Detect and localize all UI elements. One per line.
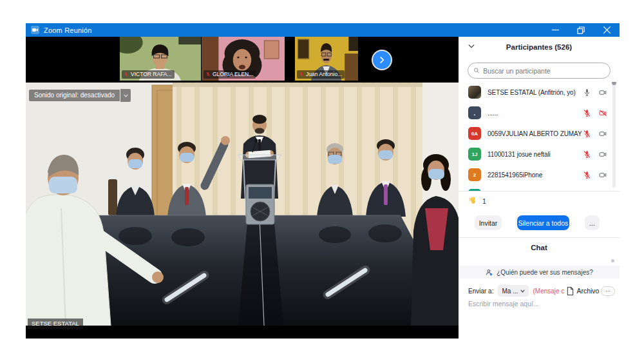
muted-mic-icon — [124, 72, 129, 77]
file-button[interactable]: Archivo — [567, 287, 599, 295]
participant-row[interactable]: SETSE ESTATAL (Anfitrión, yo) — [459, 82, 620, 103]
video-thumbnail-victor[interactable]: VICTOR RAFA... — [119, 37, 201, 81]
chat-scroll-thumb[interactable] — [611, 259, 614, 262]
participant-row[interactable]: 2 2281541965iPhone — [459, 164, 620, 185]
avatar: 2 — [468, 168, 481, 181]
search-icon — [473, 67, 480, 74]
next-videos-arrow-button[interactable] — [373, 51, 391, 69]
divider — [459, 237, 620, 238]
send-to-dropdown[interactable]: Ma ... — [498, 285, 529, 297]
person-privacy-icon — [485, 268, 493, 277]
mic-muted-icon — [583, 150, 591, 159]
main-speaker-video[interactable]: Sonido original: desactivado — [26, 83, 459, 326]
avatar — [468, 86, 481, 99]
minimize-button[interactable] — [542, 23, 568, 37]
invite-button[interactable]: Invitar — [475, 215, 502, 230]
participants-more-button[interactable]: ... — [585, 215, 600, 230]
zoom-meeting-window: Zoom Reunión — [26, 23, 620, 338]
video-thumbnail-juan[interactable]: Juan Antonio... — [294, 37, 358, 81]
camera-on-icon — [598, 88, 608, 97]
chevron-down-icon — [124, 94, 128, 97]
file-icon — [567, 287, 574, 295]
chevron-down-icon — [520, 289, 525, 293]
mute-all-button[interactable]: Silenciar a todos — [517, 215, 569, 230]
participant-row[interactable]: 0A 0059VJULIAN ALBERTO ZUMAYA... — [459, 123, 620, 144]
sound-badge-dropdown[interactable] — [120, 89, 131, 102]
participant-row[interactable]: . ...... — [459, 103, 620, 123]
search-input[interactable] — [483, 67, 605, 75]
avatar: 1J — [468, 148, 481, 161]
close-button[interactable] — [594, 23, 620, 37]
participant-list[interactable]: SETSE ESTATAL (Anfitrión, yo) . ...... 0… — [459, 82, 620, 191]
mic-muted-icon — [583, 171, 591, 179]
clapping-hands-icon — [468, 196, 478, 206]
chat-more-button[interactable]: ... — [601, 286, 615, 296]
video-thumbnail-gloria[interactable]: GLORIA ELEN... — [201, 37, 285, 81]
active-speaker-name-label: SETSE ESTATAL — [28, 319, 83, 329]
titlebar: Zoom Reunión — [26, 23, 620, 37]
camera-on-icon — [598, 150, 608, 159]
reaction-count: 1 — [482, 197, 486, 205]
mic-on-icon — [583, 88, 591, 97]
side-panel: Participantes (526) SETSE ESTATAL (Anfit… — [459, 37, 620, 338]
camera-off-icon — [598, 109, 608, 117]
restore-button[interactable] — [568, 23, 594, 37]
chat-message-input[interactable] — [468, 300, 610, 308]
reaction-summary: 1 — [468, 196, 486, 206]
thumbnail-name-label: GLORIA ELEN... — [204, 70, 256, 79]
thumbnail-name-label: VICTOR RAFA... — [122, 70, 175, 79]
window-title: Zoom Reunión — [44, 26, 92, 34]
message-privacy-note: (Mensaje c — [533, 288, 564, 295]
video-area: VICTOR RAFA... GLORIA ELEN... — [26, 37, 459, 338]
original-sound-badge[interactable]: Sonido original: desactivado — [29, 89, 131, 102]
zoom-camera-icon — [31, 26, 39, 34]
participant-row-partial[interactable] — [459, 185, 620, 191]
participant-search[interactable] — [468, 63, 611, 79]
thumbnail-name-label: Juan Antonio... — [297, 70, 345, 79]
participants-title: Participantes (526) — [459, 43, 620, 51]
chevron-right-icon — [377, 55, 386, 64]
avatar: . — [468, 106, 481, 119]
mic-muted-icon — [583, 130, 591, 138]
chat-title: Chat — [459, 244, 620, 251]
participant-row[interactable]: 1J 11000131 josue neftali — [459, 144, 620, 164]
chat-privacy-note: ¿Quién puede ver sus mensajes? — [459, 266, 620, 279]
camera-on-icon — [598, 171, 608, 179]
meeting-room-video — [26, 83, 459, 326]
avatar: 0A — [468, 127, 481, 140]
muted-mic-icon — [299, 72, 304, 77]
mic-muted-icon — [583, 109, 591, 117]
chat-send-row: Enviar a: Ma ... (Mensaje c Archivo ... — [468, 284, 615, 297]
camera-on-icon — [598, 130, 608, 138]
divider — [459, 191, 620, 191]
filmstrip: VICTOR RAFA... GLORIA ELEN... — [26, 37, 459, 81]
send-to-label: Enviar a: — [468, 288, 493, 295]
muted-mic-icon — [205, 72, 211, 77]
participant-list-scrollbar[interactable] — [612, 84, 616, 188]
